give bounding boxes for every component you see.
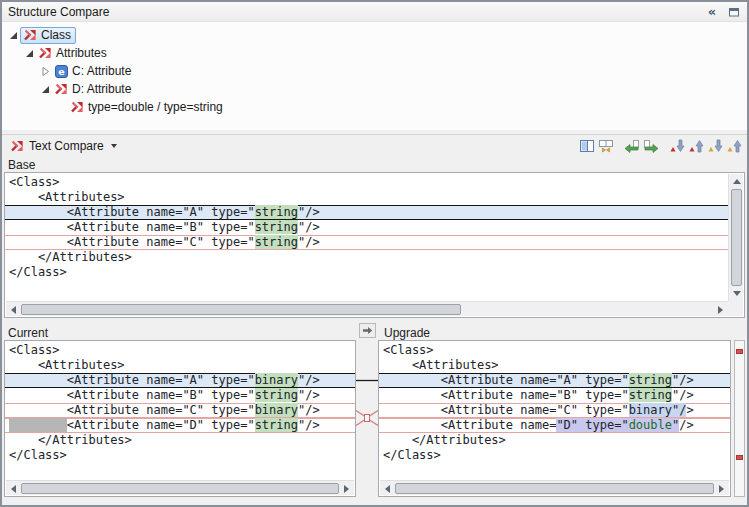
code-line: <Class>: [5, 175, 729, 190]
previous-change-icon[interactable]: [724, 137, 743, 155]
code-text: <Class>: [9, 343, 60, 357]
base-horizontal-scrollbar[interactable]: [6, 301, 728, 316]
expanded-expander-icon[interactable]: [8, 31, 18, 40]
upgrade-horizontal-scrollbar[interactable]: [380, 480, 729, 495]
diff-token: string: [255, 388, 298, 402]
emf-diff-icon: [23, 29, 37, 41]
diff-token: "D" type=": [556, 418, 628, 432]
code-text: "/>: [298, 235, 320, 249]
scroll-right-button[interactable]: [339, 481, 354, 496]
overview-ruler[interactable]: [734, 340, 745, 497]
base-pane-label: Base: [8, 158, 35, 172]
structure-tree[interactable]: ClassAttributeseC: AttributeD: Attribute…: [2, 22, 747, 130]
structure-compare-header: Structure Compare «: [2, 2, 747, 22]
dropdown-caret-icon[interactable]: [111, 144, 117, 148]
conflict-connector-handle[interactable]: [365, 415, 370, 422]
collapsed-expander-icon[interactable]: [40, 67, 50, 76]
code-line: <Attribute name="A" type="string"/>: [5, 205, 729, 220]
code-line: </Attributes>: [5, 250, 729, 265]
diff-overview-mark[interactable]: [736, 349, 743, 354]
code-line: <Attribute name="A" type="binary"/>: [5, 373, 355, 388]
current-editor[interactable]: <Class> <Attributes> <Attribute name="A"…: [5, 341, 355, 481]
text-compare-selector[interactable]: Text Compare: [10, 135, 117, 157]
code-text: <Attributes>: [9, 358, 125, 372]
tree-item-label: Class: [41, 28, 71, 42]
tree-item-label: C: Attribute: [72, 64, 131, 78]
code-line: <Attributes>: [5, 358, 355, 373]
scrollbar-thumb[interactable]: [21, 304, 461, 315]
emf-diff-icon: [70, 101, 84, 113]
scroll-left-button[interactable]: [6, 481, 21, 496]
code-text: </Attributes>: [9, 250, 132, 264]
tree-selection: Class: [20, 27, 76, 44]
code-text: <Attribute name="C" type=": [9, 403, 255, 417]
diff-token: string: [255, 235, 298, 249]
code-text: <Class>: [383, 343, 434, 357]
code-text: <Attribute name="B" type=": [9, 388, 255, 402]
code-line: <Class>: [5, 343, 355, 358]
diff-token: binary"/: [629, 403, 687, 417]
expanded-expander-icon[interactable]: [24, 49, 34, 58]
scrollbar-corner: [728, 301, 743, 316]
tree-item-class[interactable]: Class: [2, 26, 747, 44]
scrollbar-thumb[interactable]: [395, 483, 714, 494]
diff-overview-mark[interactable]: [736, 455, 743, 460]
upgrade-pane: <Class> <Attributes> <Attribute name="A"…: [378, 340, 731, 497]
tree-item-attributes[interactable]: Attributes: [2, 44, 747, 62]
code-text: "/>: [298, 373, 320, 387]
structure-header-actions: «: [705, 5, 741, 19]
base-vertical-scrollbar[interactable]: [728, 174, 743, 301]
copy-section-button[interactable]: [359, 323, 376, 338]
copy-all-right-to-left-icon[interactable]: [622, 137, 641, 155]
tree-item-c-attribute[interactable]: eC: Attribute: [2, 62, 747, 80]
scroll-right-button[interactable]: [714, 481, 729, 496]
two-pane-view-icon[interactable]: [577, 137, 596, 155]
code-text: <Attribute name="A" type=": [9, 205, 255, 219]
diff-token: double: [629, 418, 672, 432]
code-text: "/>: [298, 388, 320, 402]
code-text: </Class>: [383, 448, 441, 462]
copy-all-left-to-right-icon[interactable]: [641, 137, 660, 155]
diff-token: string: [629, 388, 672, 402]
text-compare-title[interactable]: Text Compare: [29, 139, 104, 153]
diff-token: string: [255, 418, 298, 432]
diff-token: string: [629, 373, 672, 387]
next-change-icon[interactable]: [705, 137, 724, 155]
scroll-up-button[interactable]: [729, 174, 744, 189]
next-difference-icon[interactable]: [667, 137, 686, 155]
compare-toolbar: [577, 137, 743, 155]
diff-token: binary: [255, 403, 298, 417]
code-text: <Attribute name="D" type=": [67, 418, 255, 432]
code-text: <Attributes>: [383, 358, 499, 372]
previous-difference-icon[interactable]: [686, 137, 705, 155]
scrollbar-thumb[interactable]: [731, 189, 742, 286]
current-pane: <Class> <Attributes> <Attribute name="A"…: [4, 340, 356, 497]
code-text: </Class>: [9, 265, 67, 279]
collapse-all-icon[interactable]: «: [705, 5, 719, 19]
code-line: </Class>: [379, 448, 730, 463]
minimize-icon[interactable]: [727, 5, 741, 19]
upgrade-editor[interactable]: <Class> <Attributes> <Attribute name="A"…: [379, 341, 730, 481]
scroll-right-button[interactable]: [713, 302, 728, 317]
scroll-down-button[interactable]: [729, 286, 744, 301]
right-arrow-icon: [362, 324, 373, 338]
base-editor[interactable]: <Class> <Attributes> <Attribute name="A"…: [5, 173, 729, 302]
tree-item-d-attribute[interactable]: D: Attribute: [2, 80, 747, 98]
code-text: >: [686, 403, 693, 417]
current-horizontal-scrollbar[interactable]: [6, 480, 354, 495]
scroll-left-button[interactable]: [380, 481, 395, 496]
current-pane-label: Current: [8, 326, 48, 340]
code-text: </Attributes>: [383, 433, 506, 447]
emf-diff-icon: [54, 83, 68, 95]
scroll-left-button[interactable]: [6, 302, 21, 317]
tree-item-type-double-type-string[interactable]: type=double / type=string: [2, 98, 747, 116]
code-line: <Attribute name="D" type="double"/>: [379, 418, 730, 433]
upgrade-pane-label: Upgrade: [384, 326, 430, 340]
swap-panes-icon[interactable]: [596, 137, 615, 155]
diff-connectors: [356, 340, 378, 497]
code-text: "/>: [298, 220, 320, 234]
expanded-expander-icon[interactable]: [40, 85, 50, 94]
scrollbar-thumb[interactable]: [21, 483, 339, 494]
code-text: "/>: [672, 388, 694, 402]
structure-compare-title: Structure Compare: [8, 5, 705, 19]
